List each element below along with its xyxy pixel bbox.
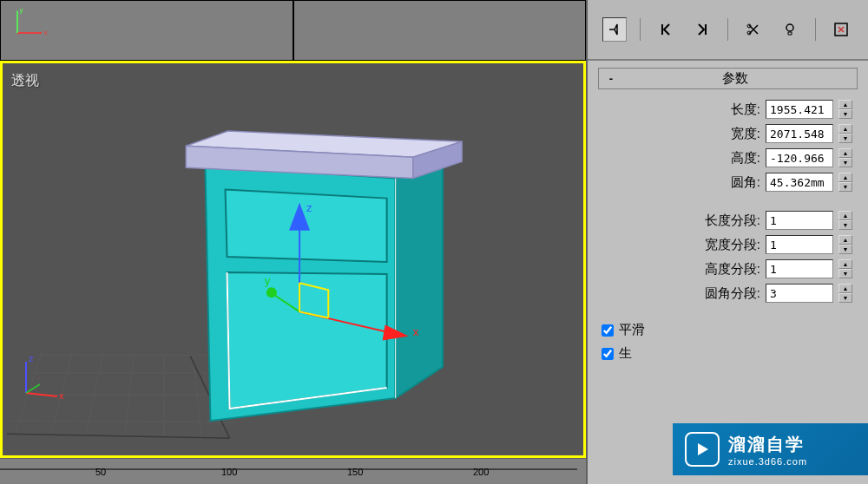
- svg-text:y: y: [265, 274, 271, 287]
- spinner-down-icon[interactable]: ▼: [838, 293, 852, 303]
- pin-icon[interactable]: [602, 17, 627, 42]
- param-fillet-segs: 圆角分段: ▲▼: [598, 284, 858, 303]
- spinner[interactable]: ▲▼: [838, 148, 852, 167]
- spinner-up-icon[interactable]: ▲: [838, 148, 852, 158]
- scissors-icon[interactable]: [741, 17, 766, 42]
- separator-icon: [640, 18, 641, 41]
- watermark-title: 溜溜自学: [728, 433, 807, 456]
- svg-text:x: x: [59, 390, 64, 401]
- spinner[interactable]: ▲▼: [838, 211, 852, 230]
- svg-text:x: x: [413, 325, 419, 338]
- svg-line-11: [125, 356, 134, 437]
- lightbulb-icon[interactable]: [778, 17, 802, 42]
- fillet-segs-input[interactable]: [766, 284, 833, 303]
- param-fillet: 圆角: ▲▼: [598, 173, 858, 192]
- param-label: 长度:: [731, 101, 760, 118]
- spinner-up-icon[interactable]: ▲: [838, 235, 852, 245]
- param-label: 圆角分段:: [705, 285, 760, 302]
- next-icon[interactable]: [690, 17, 714, 42]
- smooth-checkbox[interactable]: [602, 324, 614, 337]
- svg-marker-17: [396, 163, 443, 398]
- generate-checkbox[interactable]: [602, 348, 614, 360]
- param-length: 长度: ▲▼: [598, 100, 858, 119]
- axis-indicator-icon: x y: [10, 5, 53, 40]
- top-viewport-1[interactable]: x y: [0, 0, 293, 61]
- section-title: 参数: [618, 70, 852, 87]
- spinner[interactable]: ▲▼: [838, 100, 852, 119]
- cabinet-model: [186, 131, 462, 421]
- svg-line-13: [193, 357, 201, 439]
- spinner-down-icon[interactable]: ▼: [838, 182, 852, 192]
- top-viewports: x y: [0, 0, 586, 61]
- spinner-down-icon[interactable]: ▼: [838, 109, 852, 119]
- spinner-down-icon[interactable]: ▼: [838, 245, 852, 254]
- svg-text:z: z: [29, 353, 34, 363]
- param-label: 圆角:: [731, 174, 760, 191]
- spinner[interactable]: ▲▼: [838, 173, 852, 192]
- separator-icon: [727, 18, 728, 41]
- fillet-input[interactable]: [766, 173, 833, 192]
- svg-line-14: [7, 434, 230, 438]
- spinner-up-icon[interactable]: ▲: [838, 284, 852, 293]
- collapse-button[interactable]: -: [604, 72, 618, 85]
- svg-marker-19: [227, 272, 387, 409]
- svg-marker-42: [698, 443, 708, 455]
- spinner-up-icon[interactable]: ▲: [838, 211, 852, 220]
- param-width-segs: 宽度分段: ▲▼: [598, 235, 858, 254]
- param-label: 高度:: [731, 150, 760, 167]
- width-segs-input[interactable]: [766, 235, 833, 254]
- parameters-panel: - 参数 长度: ▲▼ 宽度: ▲▼ 高度: ▲▼ 圆角: ▲▼: [588, 61, 868, 484]
- svg-line-32: [26, 393, 57, 396]
- svg-text:y: y: [19, 6, 23, 14]
- spinner-up-icon[interactable]: ▲: [838, 100, 852, 109]
- watermark-url: zixue.3d66.com: [728, 456, 807, 467]
- perspective-viewport[interactable]: 透视: [0, 61, 586, 458]
- ruler-ticks: [0, 459, 586, 485]
- param-height: 高度: ▲▼: [598, 148, 858, 167]
- configure-icon[interactable]: [829, 17, 853, 42]
- param-height-segs: 高度分段: ▲▼: [598, 259, 858, 278]
- scene-3d: z x y: [3, 63, 583, 455]
- toolbar: [588, 0, 868, 61]
- spinner-down-icon[interactable]: ▼: [838, 220, 852, 230]
- spinner-down-icon[interactable]: ▼: [838, 269, 852, 278]
- svg-point-40: [786, 24, 793, 31]
- spinner-up-icon[interactable]: ▲: [838, 259, 852, 269]
- smooth-checkbox-row: 平滑: [598, 322, 858, 338]
- ruler-tick: 100: [221, 467, 237, 477]
- spinner-down-icon[interactable]: ▼: [838, 134, 852, 143]
- spinner[interactable]: ▲▼: [838, 259, 852, 278]
- length-segs-input[interactable]: [766, 211, 833, 230]
- height-input[interactable]: [766, 148, 833, 167]
- spinner[interactable]: ▲▼: [838, 284, 852, 303]
- svg-text:x: x: [43, 29, 47, 36]
- ruler-tick: 50: [95, 467, 106, 477]
- svg-line-36: [26, 384, 40, 393]
- timeline-ruler[interactable]: 50 100 150 200: [0, 458, 586, 484]
- spinner[interactable]: ▲▼: [838, 235, 852, 254]
- section-header[interactable]: - 参数: [598, 68, 858, 89]
- svg-text:z: z: [306, 201, 312, 214]
- top-viewport-2[interactable]: [293, 0, 587, 61]
- play-icon: [685, 432, 720, 467]
- spinner[interactable]: ▲▼: [838, 124, 852, 143]
- prev-icon[interactable]: [654, 17, 678, 42]
- separator-icon: [815, 18, 816, 41]
- ruler-tick: 150: [347, 467, 363, 477]
- ruler-tick: 200: [473, 467, 489, 477]
- spinner-up-icon[interactable]: ▲: [838, 124, 852, 134]
- watermark: 溜溜自学 zixue.3d66.com: [673, 423, 868, 475]
- height-segs-input[interactable]: [766, 259, 833, 278]
- param-label: 宽度:: [731, 126, 760, 142]
- param-width: 宽度: ▲▼: [598, 124, 858, 143]
- length-input[interactable]: [766, 100, 833, 119]
- command-panel: - 参数 长度: ▲▼ 宽度: ▲▼ 高度: ▲▼ 圆角: ▲▼: [586, 0, 868, 484]
- param-label: 宽度分段:: [705, 237, 760, 253]
- width-input[interactable]: [766, 124, 833, 143]
- checkbox-label: 生: [619, 345, 632, 362]
- spinner-down-icon[interactable]: ▼: [838, 158, 852, 167]
- spinner-up-icon[interactable]: ▲: [838, 173, 852, 182]
- generate-checkbox-row: 生: [598, 345, 858, 362]
- axis-corner-icon: x z: [16, 351, 68, 403]
- svg-point-30: [266, 287, 277, 298]
